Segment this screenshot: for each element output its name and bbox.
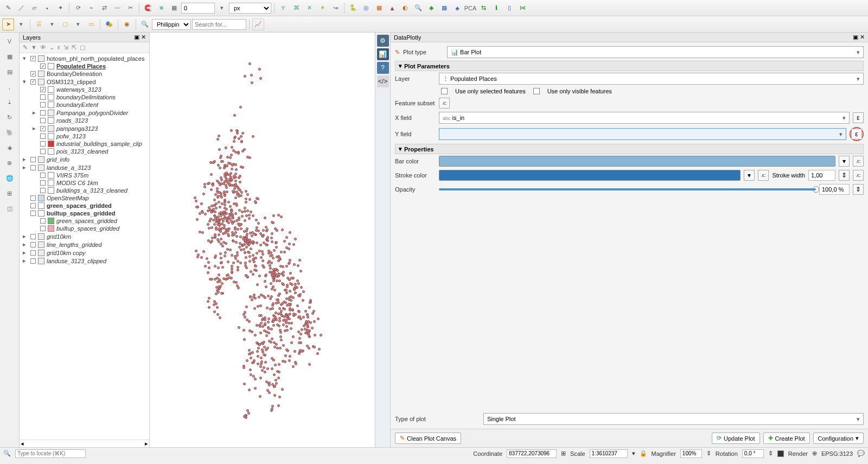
clean-plot-button[interactable]: ✎ Clean Plot Canvas [395, 433, 461, 444]
layer-row[interactable]: pofw_3123 [21, 132, 148, 140]
layer-tree[interactable]: ▾hotosm_phl_north_populated_placesPopula… [20, 53, 149, 440]
layer-row[interactable]: builtup_spaces_gridded [21, 225, 148, 232]
reshape-icon[interactable]: 〰 [111, 2, 123, 14]
plugin7-icon[interactable]: ▦ [438, 2, 450, 14]
use-visible-checkbox[interactable] [533, 88, 540, 94]
cursor-menu-icon[interactable]: ▾ [15, 18, 27, 30]
layer-row[interactable]: waterways_3123 [21, 86, 148, 93]
rotation-input[interactable] [742, 449, 764, 458]
snap-tolerance-input[interactable] [181, 3, 215, 14]
visibility-checkbox[interactable] [40, 134, 46, 139]
visibility-checkbox[interactable] [30, 79, 36, 85]
visibility-checkbox[interactable] [30, 234, 36, 239]
layer-row[interactable]: green_spaces_gridded [21, 202, 148, 209]
zoom-region-icon[interactable]: 🔍 [139, 18, 151, 30]
messages-icon[interactable]: 💬 [857, 450, 865, 457]
visibility-checkbox[interactable] [30, 250, 36, 256]
line-tool-icon[interactable]: ／ [15, 2, 27, 14]
scroll-left-icon[interactable]: ◂ [21, 440, 24, 447]
dp-tab-chart-icon[interactable]: 📊 [377, 48, 389, 60]
region-select[interactable]: Philippines [152, 19, 191, 30]
scale-input[interactable] [590, 449, 628, 458]
layer-row[interactable]: OpenStreetMap [21, 194, 148, 202]
search-input[interactable] [192, 19, 246, 30]
mask-icon[interactable]: 🎭 [103, 18, 115, 30]
layer-row[interactable]: roads_3123 [21, 117, 148, 124]
add-mesh-icon[interactable]: ▤ [2, 65, 17, 78]
trace-icon[interactable]: ↝ [329, 2, 341, 14]
add-wcs-icon[interactable]: 🌐 [2, 171, 17, 185]
visibility-checkbox[interactable] [40, 87, 46, 92]
layer-row[interactable]: green_spaces_gridded [21, 217, 148, 225]
polygon-tool-icon[interactable]: ▱ [28, 2, 40, 14]
expand-icon[interactable]: ▸ [23, 164, 28, 171]
snap-toggle-icon[interactable]: 🧲 [142, 2, 154, 14]
plugin4-icon[interactable]: ◐ [399, 2, 411, 14]
style-icon[interactable]: ✎ [23, 44, 28, 51]
update-plot-button[interactable]: ⟳ Update Plot [712, 433, 760, 444]
visibility-checkbox[interactable] [30, 165, 36, 170]
bar-color-menu[interactable]: ▾ [839, 156, 850, 167]
visibility-checkbox[interactable] [40, 173, 46, 178]
add-vector-icon[interactable]: V [2, 35, 17, 48]
intersect-icon[interactable]: ✕ [303, 2, 315, 14]
plugin9-icon[interactable]: PCA [464, 2, 476, 14]
close-icon[interactable]: ▣ ✕ [853, 34, 865, 41]
expand-icon[interactable]: ▸ [23, 241, 28, 248]
add-postgis-icon[interactable]: 🐘 [2, 126, 17, 139]
point-tool-icon[interactable]: • [41, 2, 53, 14]
cursor-icon[interactable]: ➤ [2, 18, 14, 30]
select-by-expr-icon[interactable]: ▭ [85, 18, 97, 30]
visibility-checkbox[interactable] [40, 141, 46, 147]
deselect-menu-icon[interactable]: ▾ [72, 18, 84, 30]
dp-tab-settings-icon[interactable]: ⚙ [377, 35, 389, 47]
collapse-icon[interactable]: ⇱ [72, 44, 76, 51]
visibility-checkbox[interactable] [40, 188, 46, 193]
layer-row[interactable]: BoundaryDelineation [21, 70, 148, 78]
opacity-stepper[interactable]: ⇕ [853, 184, 864, 195]
visibility-checkbox[interactable] [40, 149, 46, 154]
properties-header[interactable]: ▾ Properties [395, 144, 864, 154]
visibility-checkbox[interactable] [40, 118, 46, 123]
layer-scroll[interactable]: ◂ ▸ [20, 440, 149, 447]
bar-color-swatch[interactable] [439, 156, 835, 167]
visibility-checkbox[interactable] [30, 195, 36, 201]
plugin10-icon[interactable]: ⇆ [477, 2, 489, 14]
dp-tab-code-icon[interactable]: </> [377, 75, 389, 87]
layer-row[interactable]: VIIRS 375m [21, 171, 148, 179]
use-selected-checkbox[interactable] [441, 88, 448, 94]
layer-row[interactable]: boundaryExtent [21, 101, 148, 109]
layer-row[interactable]: ▸landuse_a_3123 [21, 163, 148, 171]
lock-icon[interactable]: 🔒 [640, 450, 647, 457]
magnifier-input[interactable] [680, 449, 702, 458]
crs-icon[interactable]: ⊕ [812, 450, 817, 457]
layer-row[interactable]: ▾hotosm_phl_north_populated_places [21, 54, 148, 62]
filter-icon[interactable]: ▼ [31, 44, 37, 51]
layer-select[interactable]: ⋮ Populated Places ▾ [439, 73, 864, 85]
remove-icon[interactable]: ▢ [80, 44, 85, 51]
visibility-checkbox[interactable] [30, 157, 36, 162]
stroke-width-stepper[interactable]: ⇕ [839, 170, 850, 181]
vertex-tool-icon[interactable]: ✎ [2, 2, 14, 14]
rotation-stepper[interactable]: ⇕ [768, 450, 773, 457]
y-field-expression-button[interactable]: ε [851, 129, 862, 139]
x-field-select[interactable]: abc is_in ▾ [439, 112, 850, 124]
bar-color-datadefine-button[interactable]: ⟈ [853, 156, 864, 167]
eye-icon[interactable]: 👁 [40, 44, 46, 51]
avoid-icon[interactable]: ✶ [316, 2, 328, 14]
plugin3-icon[interactable]: ▲ [386, 2, 398, 14]
add-wfs-icon[interactable]: ↻ [2, 111, 17, 124]
expand-icon[interactable]: ▸ [23, 249, 28, 256]
locate-input[interactable] [15, 449, 86, 458]
vertex-snap-icon[interactable]: ⋇ [155, 2, 167, 14]
add-spatialite-icon[interactable]: ◈ [2, 141, 17, 154]
add-xyz-icon[interactable]: ⊞ [2, 187, 17, 200]
opacity-input[interactable] [819, 184, 850, 195]
dp-tab-help-icon[interactable]: ? [377, 62, 389, 74]
add-raster-icon[interactable]: ▦ [2, 50, 17, 63]
visibility-checkbox[interactable] [30, 242, 36, 247]
epsg-label[interactable]: EPSG:3123 [821, 450, 853, 457]
snap-unit-select[interactable]: px [229, 3, 271, 14]
visibility-checkbox[interactable] [30, 71, 36, 77]
visibility-checkbox[interactable] [30, 203, 36, 208]
